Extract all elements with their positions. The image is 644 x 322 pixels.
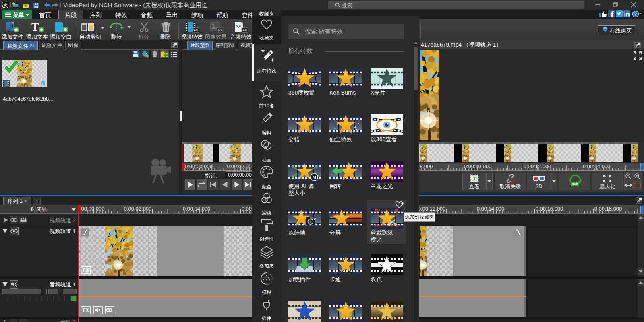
svg-text:?: ? <box>634 11 637 17</box>
svg-text:T: T <box>31 21 39 33</box>
svg-text:FX: FX <box>218 28 223 32</box>
svg-text:FX: FX <box>193 28 198 32</box>
svg-text:360: 360 <box>572 182 578 186</box>
svg-text:AI: AI <box>313 175 316 180</box>
svg-text:FX: FX <box>242 28 247 32</box>
